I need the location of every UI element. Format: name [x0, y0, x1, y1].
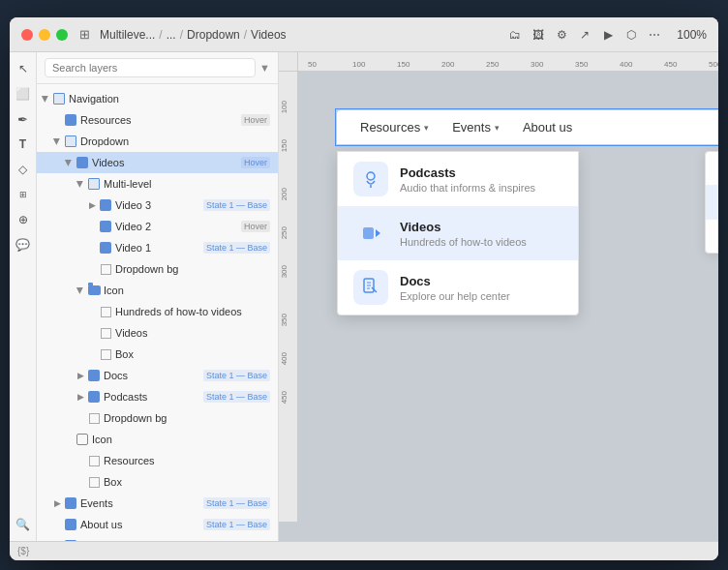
layer-video2[interactable]: Video 2 Hover: [37, 216, 278, 237]
add-tool[interactable]: ⊕: [13, 209, 34, 230]
layer-label-podcasts: Podcasts: [104, 391, 200, 403]
maximize-button[interactable]: [56, 29, 68, 41]
image-icon[interactable]: 🖼: [530, 26, 547, 44]
arrow-box: [87, 349, 97, 359]
layer-resources[interactable]: Resources Hover: [37, 109, 278, 131]
bottom-bar: {$}: [10, 541, 718, 560]
breadcrumb-part4[interactable]: Videos: [251, 28, 286, 42]
bottom-bar-label: {$}: [17, 546, 29, 556]
layer-navigation[interactable]: ▶ Navigation: [37, 88, 278, 109]
badge-video1: State 1 — Base: [203, 242, 270, 254]
rect-icon-resources2: [87, 454, 101, 467]
layer-label-aboutus: About us: [80, 519, 200, 530]
dropdown-videos-title: Videos: [400, 220, 562, 234]
frame-tool[interactable]: ⬜: [13, 83, 34, 105]
arrow-icon: ▶: [76, 285, 85, 295]
breadcrumb-part3[interactable]: Dropdown: [187, 28, 240, 42]
dropdown-podcasts-sub: Audio that informs & inspires: [400, 182, 562, 194]
comment-tool[interactable]: 💬: [13, 234, 34, 255]
dropdown-item-videos[interactable]: Videos Hundreds of how-to videos: [338, 206, 578, 260]
layer-box[interactable]: Box: [37, 344, 278, 365]
layer-videos[interactable]: ▶ Videos Hover: [37, 152, 278, 173]
right-panel-item-prototyping[interactable]: Quick Prototyping in UXPin: [706, 220, 718, 253]
layer-aboutus[interactable]: About us State 1 — Base: [37, 514, 278, 535]
layer-label-navigation: Navigation: [69, 93, 270, 105]
close-button[interactable]: [21, 29, 33, 41]
layer-label-video3: Video 3: [115, 199, 200, 211]
right-panel-item-accordion[interactable]: Creating an Accordion Menu: [706, 152, 718, 186]
shape-tool[interactable]: ◇: [13, 159, 34, 180]
right-panel-item-carousel[interactable]: Building a Carousel: [706, 186, 718, 220]
titlebar: ⊞ Multileve... / ... / Dropdown / Videos…: [10, 17, 718, 52]
dropdown-docs-sub: Explore our help center: [400, 290, 562, 302]
ruler-vert5: 300: [280, 265, 288, 278]
nav-events-label: Events: [452, 120, 491, 135]
dropdown-item-docs[interactable]: Docs Explore our help center: [338, 260, 578, 315]
minimize-button[interactable]: [39, 29, 50, 41]
export-icon[interactable]: ↗: [576, 26, 593, 44]
ruler-vert: 100: [280, 101, 288, 113]
rect-icon-box: [99, 347, 112, 361]
dropdown-docs-title: Docs: [400, 274, 562, 288]
ruler-450: 450: [664, 60, 677, 69]
select-tool[interactable]: ↖: [13, 58, 34, 79]
ruler-vert6: 350: [280, 314, 288, 326]
layer-resources2[interactable]: Resources: [37, 450, 278, 471]
layer-hundreds[interactable]: Hundreds of how-to videos: [37, 301, 278, 322]
settings-icon[interactable]: ⚙: [553, 26, 570, 44]
layer-icon-group[interactable]: ▶ Icon: [37, 280, 278, 301]
arrow-dropdownbg2: [76, 413, 85, 423]
arrow-multilevel: ▶: [76, 179, 85, 189]
layer-icon2[interactable]: Icon: [37, 429, 278, 450]
breadcrumb-part1[interactable]: Multileve...: [100, 28, 155, 42]
nav-item-aboutus[interactable]: About us: [523, 120, 572, 135]
zoom-level[interactable]: 100%: [677, 28, 707, 42]
folder-icon-icon: [87, 284, 101, 297]
layer-dropdown-bg[interactable]: Dropdown bg: [37, 258, 278, 280]
layer-label-dropdownbg: Dropdown bg: [115, 263, 270, 275]
layer-dropdown-bg2[interactable]: Dropdown bg: [37, 407, 278, 429]
folder-icon[interactable]: 🗂: [506, 26, 524, 44]
toolbar-icons: 🗂 🖼 ⚙ ↗ ▶ ⬡ ⋯: [506, 26, 663, 44]
arrow-videos: ▶: [64, 158, 74, 167]
main-layout: ↖ ⬜ ✒ T ◇ ⊞ ⊕ 💬 🔍 ▼ ▶ Navigation: [10, 52, 718, 541]
layer-label-dropdownbg2: Dropdown bg: [104, 412, 270, 424]
play-icon[interactable]: ▶: [599, 26, 617, 44]
layer-label-multilevel: Multi-level: [104, 178, 270, 190]
dropdown-podcasts-title: Podcasts: [400, 165, 562, 180]
main-window: ⊞ Multileve... / ... / Dropdown / Videos…: [10, 17, 718, 560]
layer-label-videos: Videos: [92, 157, 238, 168]
layer-events[interactable]: ▶ Events State 1 — Base: [37, 493, 278, 514]
breadcrumb-part2[interactable]: ...: [167, 28, 176, 42]
pen-tool[interactable]: ✒: [13, 108, 34, 130]
layer-video1[interactable]: Video 1 State 1 — Base: [37, 237, 278, 258]
layer-label-hundreds: Hundreds of how-to videos: [115, 306, 270, 317]
layer-label-videostext: Videos: [115, 327, 270, 339]
layer-box2[interactable]: Box: [37, 471, 278, 493]
frame-icon-multilevel: [87, 177, 101, 191]
dropdown-item-podcasts[interactable]: Podcasts Audio that informs & inspires: [338, 152, 578, 206]
layer-video3[interactable]: ▶ Video 3 State 1 — Base: [37, 195, 278, 216]
layer-label-resources: Resources: [80, 114, 238, 126]
share-icon[interactable]: ⬡: [622, 26, 640, 44]
text-tool[interactable]: T: [13, 134, 34, 155]
badge-aboutus: State 1 — Base: [203, 519, 270, 530]
layer-label-resources2: Resources: [104, 455, 270, 466]
zoom-tool[interactable]: 🔍: [13, 514, 34, 535]
layer-multilevel[interactable]: ▶ Multi-level: [37, 173, 278, 195]
component-icon-video3: [99, 198, 112, 212]
layer-docs[interactable]: ▶ Docs State 1 — Base: [37, 365, 278, 386]
ruler-400: 400: [620, 60, 632, 69]
more-icon[interactable]: ⋯: [646, 26, 663, 44]
layer-dropdown[interactable]: ▶ Dropdown: [37, 131, 278, 152]
badge-video3: State 1 — Base: [203, 199, 270, 211]
component-tool[interactable]: ⊞: [13, 184, 34, 205]
layer-videos-text[interactable]: Videos: [37, 322, 278, 344]
search-input[interactable]: [45, 58, 256, 77]
layer-podcasts[interactable]: ▶ Podcasts State 1 — Base: [37, 386, 278, 407]
nav-item-resources[interactable]: Resources ▾: [360, 120, 429, 135]
titlebar-right: 🗂 🖼 ⚙ ↗ ▶ ⬡ ⋯ 100%: [506, 26, 707, 44]
nav-item-events[interactable]: Events ▾: [452, 120, 500, 135]
filter-icon[interactable]: ▼: [259, 62, 270, 74]
layer-label-dropdown: Dropdown: [80, 135, 270, 147]
